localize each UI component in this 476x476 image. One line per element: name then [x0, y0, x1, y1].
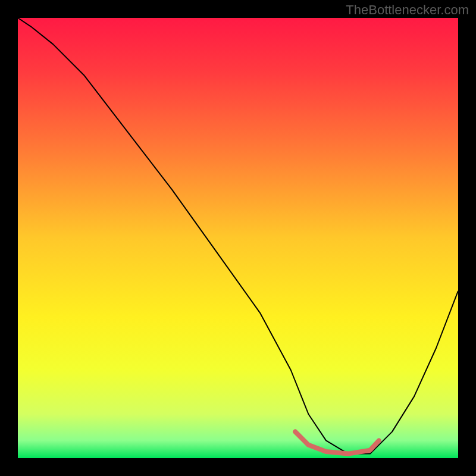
series-optimal-range-marker — [295, 432, 379, 454]
chart-lines — [18, 18, 458, 458]
series-bottleneck-curve — [18, 18, 458, 454]
chart-container — [18, 18, 458, 458]
watermark-text: TheBottlenecker.com — [346, 2, 469, 18]
